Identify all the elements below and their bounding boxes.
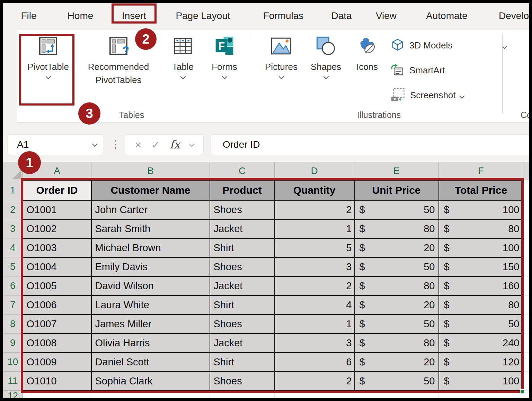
formula-bar-grip[interactable]: ⋮ xyxy=(110,134,121,155)
cell-product[interactable]: Shoes xyxy=(210,315,275,334)
cell-product[interactable]: Shoes xyxy=(210,372,275,391)
name-box-dropdown-icon[interactable] xyxy=(92,141,98,147)
column-header-c[interactable]: C xyxy=(210,162,275,180)
row-number[interactable]: 12 xyxy=(3,391,23,399)
cell-quantity[interactable]: 4 xyxy=(275,295,354,315)
cell-product[interactable]: Shoes xyxy=(210,200,275,219)
cell-total-price[interactable]: $160 xyxy=(439,276,523,295)
cell-customer-name[interactable]: James Miller xyxy=(91,315,210,334)
cell-customer-name[interactable]: Sophia Clark xyxy=(91,372,210,391)
cell-quantity[interactable]: 3 xyxy=(275,257,354,276)
column-header-b[interactable]: B xyxy=(91,162,210,180)
empty-cell[interactable] xyxy=(523,238,530,257)
empty-cell[interactable] xyxy=(523,372,530,391)
empty-cell[interactable] xyxy=(523,276,530,295)
cell-customer-name[interactable]: Michael Brown xyxy=(91,238,210,257)
cell-unit-price[interactable]: $80 xyxy=(354,219,439,238)
cell-quantity[interactable]: 5 xyxy=(275,238,354,257)
cell-header-total-price[interactable]: Total Price xyxy=(439,180,523,200)
cell-product[interactable]: Jacket xyxy=(210,276,275,295)
cell-unit-price[interactable]: $50 xyxy=(354,372,439,391)
cell-customer-name[interactable]: John Carter xyxy=(91,200,210,219)
empty-cell[interactable] xyxy=(523,257,530,276)
row-number[interactable]: 2 xyxy=(3,200,23,219)
row-number[interactable]: 10 xyxy=(3,353,23,372)
formula-bar-input[interactable]: Order ID xyxy=(211,134,529,155)
cell-customer-name[interactable]: David Wilson xyxy=(91,276,210,295)
cell-order-id[interactable]: O1008 xyxy=(23,334,91,353)
cell-unit-price[interactable]: $20 xyxy=(354,353,439,372)
cell-order-id[interactable]: O1001 xyxy=(23,200,91,219)
tab-formulas[interactable]: Formulas xyxy=(263,3,304,29)
cell-customer-name[interactable]: Laura White xyxy=(91,295,210,315)
cell-order-id[interactable]: O1002 xyxy=(23,219,91,238)
tab-file[interactable]: File xyxy=(21,3,36,29)
fill-handle[interactable] xyxy=(520,389,525,394)
cell-header-quantity[interactable]: Quantity xyxy=(275,180,354,200)
tab-home[interactable]: Home xyxy=(68,3,94,29)
column-header-f[interactable]: F xyxy=(439,162,523,180)
cell-header-customer[interactable]: Customer Name xyxy=(91,180,210,200)
row-number[interactable]: 9 xyxy=(3,334,23,353)
cell-order-id[interactable]: O1006 xyxy=(23,295,91,315)
cell-product[interactable]: Shirt xyxy=(210,238,275,257)
row-number[interactable]: 4 xyxy=(3,238,23,257)
cell-order-id[interactable]: O1004 xyxy=(23,257,91,276)
row-number[interactable]: 1 xyxy=(3,180,23,200)
cell-order-id[interactable]: O1007 xyxy=(23,315,91,334)
tab-page-layout[interactable]: Page Layout xyxy=(176,3,230,29)
fx-dropdown-icon[interactable] xyxy=(189,141,195,147)
cell-total-price[interactable]: $100 xyxy=(439,238,523,257)
cell-header-product[interactable]: Product xyxy=(210,180,275,200)
cell-order-id[interactable]: O1010 xyxy=(23,372,91,391)
empty-cell[interactable] xyxy=(523,315,530,334)
checkbox-button-partial[interactable]: Che xyxy=(520,35,529,73)
empty-cell[interactable] xyxy=(523,200,530,219)
cell-quantity[interactable]: 2 xyxy=(275,200,354,219)
name-box[interactable]: A1 xyxy=(8,134,103,155)
cell-product[interactable]: Jacket xyxy=(210,334,275,353)
cell-unit-price[interactable]: $20 xyxy=(354,238,439,257)
cell-total-price[interactable]: $50 xyxy=(439,315,523,334)
smartart-button[interactable]: SmartArt xyxy=(391,61,508,80)
cell-quantity[interactable]: 2 xyxy=(275,276,354,295)
cell-customer-name[interactable]: Daniel Scott xyxy=(91,353,210,372)
cell-product[interactable]: Shirt xyxy=(210,353,275,372)
shapes-button[interactable]: Shapes xyxy=(307,35,345,79)
cell-total-price[interactable]: $80 xyxy=(439,295,523,315)
cell-order-id[interactable]: O1003 xyxy=(23,238,91,257)
enter-icon[interactable]: ✓ xyxy=(151,139,160,151)
screenshot-button[interactable]: Screenshot xyxy=(391,86,508,104)
row-number[interactable]: 5 xyxy=(3,257,23,276)
forms-button[interactable]: F Forms xyxy=(205,35,244,79)
cell-product[interactable]: Shirt xyxy=(210,295,275,315)
column-header-d[interactable]: D xyxy=(275,162,354,180)
cell-unit-price[interactable]: $80 xyxy=(354,276,439,295)
insert-function-icon[interactable]: fx xyxy=(170,138,180,151)
cell-quantity[interactable]: 1 xyxy=(275,315,354,334)
tab-developer[interactable]: Develo xyxy=(499,3,529,29)
cell-product[interactable]: Jacket xyxy=(210,219,275,238)
cell-unit-price[interactable]: $80 xyxy=(354,334,439,353)
column-header-partial[interactable] xyxy=(523,162,530,180)
empty-cell[interactable] xyxy=(523,295,530,315)
cell-order-id[interactable]: O1005 xyxy=(23,276,91,295)
cell-product[interactable]: Shoes xyxy=(210,257,275,276)
cell-customer-name[interactable]: Olivia Harris xyxy=(91,334,210,353)
row-number[interactable]: 8 xyxy=(3,315,23,334)
row-number[interactable]: 11 xyxy=(3,372,23,391)
cell-total-price[interactable]: $100 xyxy=(439,200,523,219)
icons-button[interactable]: Icons xyxy=(350,35,384,73)
row-number[interactable]: 3 xyxy=(3,219,23,238)
cell-unit-price[interactable]: $20 xyxy=(354,295,439,315)
cancel-icon[interactable]: × xyxy=(135,138,142,152)
cell-quantity[interactable]: 2 xyxy=(275,372,354,391)
cell-total-price[interactable]: $120 xyxy=(439,353,523,372)
pictures-dropdown-icon[interactable] xyxy=(278,74,284,80)
table-button[interactable]: Table xyxy=(165,35,201,79)
cell-customer-name[interactable]: Emily Davis xyxy=(91,257,210,276)
3d-models-dropdown-icon[interactable] xyxy=(502,43,507,49)
empty-cell[interactable] xyxy=(523,353,530,372)
active-cell-a1[interactable]: Order ID xyxy=(23,180,91,200)
cell-quantity[interactable]: 1 xyxy=(275,219,354,238)
